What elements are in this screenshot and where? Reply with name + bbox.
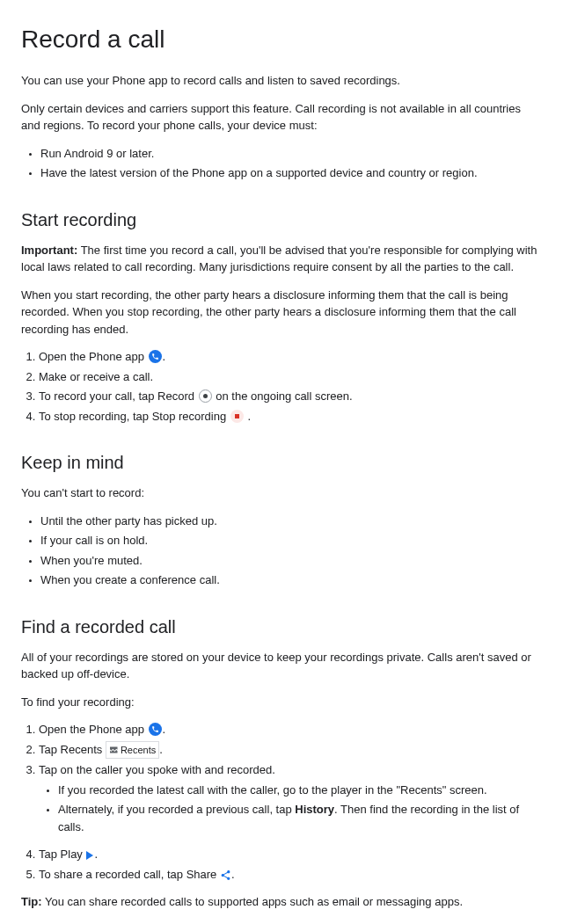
list-item: To share a recorded call, tap Share . (39, 866, 542, 884)
share-icon (220, 868, 231, 881)
list-item: If you recorded the latest call with the… (58, 782, 542, 799)
important-text: The first time you record a call, you'll… (21, 244, 537, 274)
tip-text: You can share recorded calls to supporte… (42, 895, 463, 908)
list-item: Open the Phone app . (39, 721, 542, 738)
step-text: Open the Phone app (39, 350, 148, 363)
phone-icon (149, 350, 162, 363)
find-steps: Open the Phone app . Tap Recents Recents… (21, 721, 542, 883)
intro-paragraph-2: Only certain devices and carriers suppor… (21, 100, 542, 135)
stop-recording-icon (230, 410, 244, 423)
step-text: Tap Play (39, 848, 85, 861)
step-text: . (231, 868, 235, 881)
phone-icon (149, 723, 162, 736)
disclosure-paragraph: When you start recording, the other part… (21, 287, 542, 338)
list-item: Alternately, if you recorded a previous … (58, 801, 542, 835)
section-heading-start: Start recording (21, 207, 542, 233)
step-text: To share a recorded call, tap Share (39, 868, 220, 881)
list-item: Until the other party has picked up. (40, 513, 542, 530)
history-label: History (295, 803, 334, 816)
step-text: Open the Phone app (39, 723, 148, 736)
step-text: Tap on the caller you spoke with and rec… (39, 763, 275, 776)
find-sub: To find your recording: (21, 694, 542, 711)
tip-paragraph: Tip: You can share recorded calls to sup… (21, 893, 542, 911)
list-item: If your call is on hold. (40, 532, 542, 549)
step-text: To stop recording, tap Stop recording (39, 410, 230, 423)
requirements-list: Run Android 9 or later. Have the latest … (21, 145, 542, 182)
list-item: Tap Recents Recents. (39, 741, 542, 760)
step-text: To record your call, tap Record (39, 389, 198, 403)
tip-label: Tip: (21, 895, 42, 908)
list-item: Run Android 9 or later. (40, 145, 542, 163)
list-item: When you're muted. (40, 552, 542, 570)
alt-text: Recents (121, 743, 156, 758)
list-item: When you create a conference call. (40, 571, 542, 589)
step-text: Alternately, if you recorded a previous … (58, 803, 295, 816)
list-item: To stop recording, tap Stop recording . (39, 408, 542, 426)
step-text: . (94, 848, 98, 861)
keep-list: Until the other party has picked up. If … (21, 513, 542, 589)
section-heading-find: Find a recorded call (21, 614, 542, 640)
play-icon (86, 851, 93, 860)
page-title: Record a call (21, 21, 542, 58)
section-heading-keep: Keep in mind (21, 449, 542, 476)
intro-paragraph-1: You can use your Phone app to record cal… (21, 72, 542, 90)
list-item: Make or receive a call. (39, 368, 542, 386)
start-steps: Open the Phone app . Make or receive a c… (21, 348, 542, 425)
list-item: Open the Phone app . (39, 348, 542, 366)
list-item: To record your call, tap Record on the o… (39, 388, 542, 405)
list-item: Tap Play . (39, 846, 542, 863)
step-text: . (245, 410, 251, 423)
broken-image-recents: Recents (106, 741, 159, 760)
step-text: on the ongoing call screen. (213, 389, 353, 403)
step-text: . (163, 723, 166, 736)
keep-intro: You can't start to record: (21, 484, 542, 502)
list-item: Tap on the caller you spoke with and rec… (39, 761, 542, 835)
step-text: Tap Recents (39, 743, 106, 756)
step-text: . (159, 743, 163, 756)
important-note: Important: The first time you record a c… (21, 242, 542, 276)
important-label: Important: (21, 244, 77, 257)
find-intro: All of your recordings are stored on you… (21, 649, 542, 683)
step-text: . (163, 350, 166, 363)
list-item: Have the latest version of the Phone app… (40, 164, 542, 182)
record-icon (199, 389, 212, 403)
